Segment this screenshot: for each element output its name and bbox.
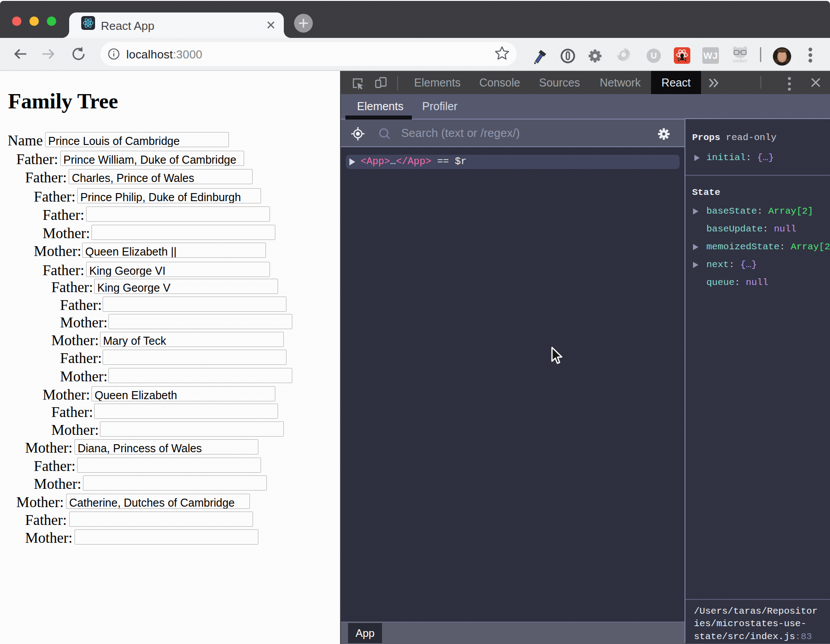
svg-text:ember: ember [733, 57, 747, 64]
